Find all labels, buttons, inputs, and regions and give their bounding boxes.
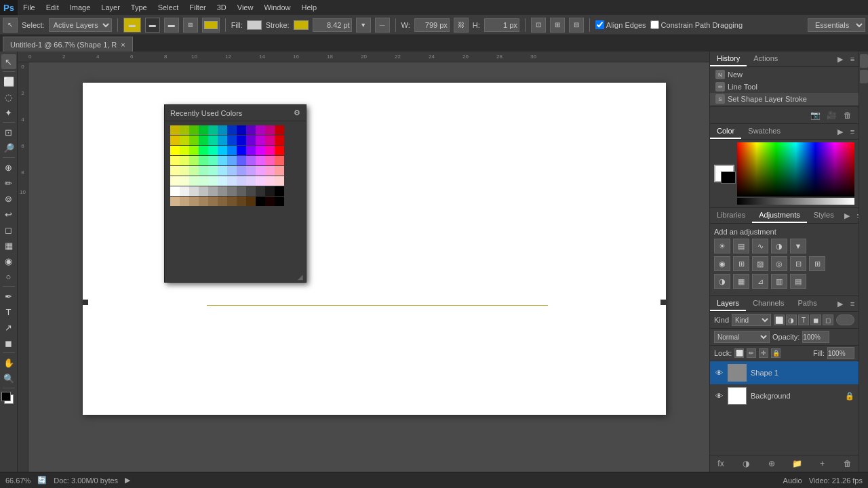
- tool-hand[interactable]: ✋: [1, 355, 16, 370]
- color-cell[interactable]: [218, 176, 227, 186]
- color-cell[interactable]: [275, 186, 284, 196]
- history-item-new[interactable]: N New: [710, 68, 859, 81]
- fill-input[interactable]: [827, 347, 854, 359]
- tab-history[interactable]: History: [710, 52, 747, 66]
- tool-history-brush[interactable]: ↩: [1, 207, 16, 222]
- color-cell[interactable]: [208, 166, 218, 176]
- color-cell[interactable]: [265, 166, 275, 176]
- color-cell[interactable]: [227, 146, 237, 155]
- menu-layer[interactable]: Layer: [96, 0, 125, 15]
- color-cell[interactable]: [275, 156, 284, 165]
- fg-color-large[interactable]: [714, 165, 734, 182]
- menu-window[interactable]: Window: [258, 0, 296, 15]
- filter-smartobj-btn[interactable]: ◻: [823, 314, 833, 325]
- adj-vibrance-btn[interactable]: ▼: [790, 239, 806, 253]
- tab-channels[interactable]: Channels: [746, 296, 791, 311]
- color-cell[interactable]: [237, 176, 246, 186]
- color-cell[interactable]: [208, 186, 218, 196]
- color-cell[interactable]: [227, 166, 237, 176]
- color-cell[interactable]: [199, 136, 208, 145]
- color-cell[interactable]: [246, 166, 256, 176]
- color-cell[interactable]: [275, 197, 284, 206]
- layer-eye-background[interactable]: 👁: [714, 391, 724, 401]
- color-cell[interactable]: [199, 176, 208, 186]
- tool-gradient[interactable]: ▦: [1, 238, 16, 253]
- color-popup-resize-handle[interactable]: ◢: [165, 272, 306, 282]
- color-cell[interactable]: [180, 146, 189, 155]
- color-cell[interactable]: [237, 125, 246, 135]
- color-cell[interactable]: [237, 146, 246, 155]
- lock-all-btn[interactable]: 🔒: [771, 348, 781, 358]
- workspace-select[interactable]: Essentials: [808, 18, 865, 32]
- menu-type[interactable]: Type: [125, 0, 153, 15]
- tab-styles[interactable]: Styles: [807, 208, 841, 223]
- color-cell[interactable]: [199, 166, 208, 176]
- color-cell[interactable]: [199, 186, 208, 196]
- color-cell[interactable]: [275, 136, 284, 145]
- fg-color-swatch[interactable]: [1, 392, 11, 401]
- color-cell[interactable]: [227, 125, 237, 135]
- color-cell[interactable]: [256, 176, 265, 186]
- layer-new-btn[interactable]: +: [816, 458, 829, 470]
- tool-lasso[interactable]: ◌: [1, 89, 16, 104]
- color-cell[interactable]: [256, 186, 265, 196]
- blending-mode-select[interactable]: Normal: [714, 331, 770, 343]
- tool-select-icon[interactable]: ↖: [3, 18, 18, 33]
- layer-item-background[interactable]: 👁 Background 🔒: [710, 384, 859, 407]
- adj-expand-icon[interactable]: ▶: [841, 209, 853, 222]
- color-spectrum[interactable]: [737, 142, 854, 197]
- stroke-dash-btn[interactable]: —: [375, 18, 390, 33]
- color-cell[interactable]: [218, 146, 227, 155]
- color-cell[interactable]: [227, 156, 237, 165]
- arrange-btn[interactable]: ⊟: [569, 18, 584, 33]
- color-panel-expand[interactable]: ▶: [834, 125, 846, 138]
- color-cell[interactable]: [246, 197, 256, 206]
- color-cell[interactable]: [199, 125, 208, 135]
- color-cell[interactable]: [180, 156, 189, 165]
- color-cell[interactable]: [246, 125, 256, 135]
- color-cell[interactable]: [208, 156, 218, 165]
- panel-expand-icon[interactable]: ▶: [834, 53, 846, 65]
- color-cell[interactable]: [189, 166, 199, 176]
- panel-menu-icon[interactable]: ≡: [846, 53, 859, 65]
- tool-blur[interactable]: ◉: [1, 253, 16, 268]
- color-cell[interactable]: [227, 186, 237, 196]
- color-cell[interactable]: [237, 186, 246, 196]
- link-wh-btn[interactable]: ⛓: [454, 18, 469, 33]
- fill-pattern-stripe[interactable]: ▨: [183, 18, 198, 33]
- align-edges-checkbox[interactable]: Align Edges: [595, 20, 646, 29]
- filter-pixel-btn[interactable]: ⬜: [774, 314, 785, 325]
- tool-path-select[interactable]: ↗: [1, 320, 16, 335]
- kind-select[interactable]: Kind: [732, 314, 771, 326]
- color-cell[interactable]: [170, 186, 180, 196]
- tool-text[interactable]: T: [1, 304, 16, 319]
- color-cell[interactable]: [180, 125, 189, 135]
- color-cell[interactable]: [265, 176, 275, 186]
- color-cell[interactable]: [199, 146, 208, 155]
- color-cell[interactable]: [246, 156, 256, 165]
- bg-color-overlay[interactable]: [721, 171, 736, 184]
- color-cell[interactable]: [180, 197, 189, 206]
- layer-eye-shape1[interactable]: 👁: [714, 368, 724, 378]
- tab-layers[interactable]: Layers: [710, 296, 746, 311]
- color-cell[interactable]: [199, 197, 208, 206]
- color-cell[interactable]: [218, 197, 227, 206]
- menu-view[interactable]: View: [232, 0, 259, 15]
- tool-marquee[interactable]: ⬜: [1, 74, 16, 89]
- layer-adjustment-btn[interactable]: ⊕: [765, 458, 778, 470]
- color-cell[interactable]: [208, 146, 218, 155]
- stroke-options-btn[interactable]: ▼: [356, 18, 371, 33]
- lock-position-btn[interactable]: ✛: [759, 348, 768, 358]
- history-trash-btn[interactable]: 🗑: [841, 108, 854, 122]
- color-cell[interactable]: [256, 156, 265, 165]
- fill-pattern-solid[interactable]: ▬: [123, 18, 141, 33]
- color-cell[interactable]: [275, 166, 284, 176]
- active-layers-select[interactable]: Active Layers: [49, 18, 112, 32]
- menu-edit[interactable]: Edit: [41, 0, 64, 15]
- color-cell[interactable]: [189, 156, 199, 165]
- color-cell[interactable]: [237, 166, 246, 176]
- transform-handle-right[interactable]: [660, 300, 666, 305]
- fill-color-swatch[interactable]: [202, 18, 220, 33]
- color-cell[interactable]: [218, 166, 227, 176]
- filter-shape-btn[interactable]: ◼: [810, 314, 821, 325]
